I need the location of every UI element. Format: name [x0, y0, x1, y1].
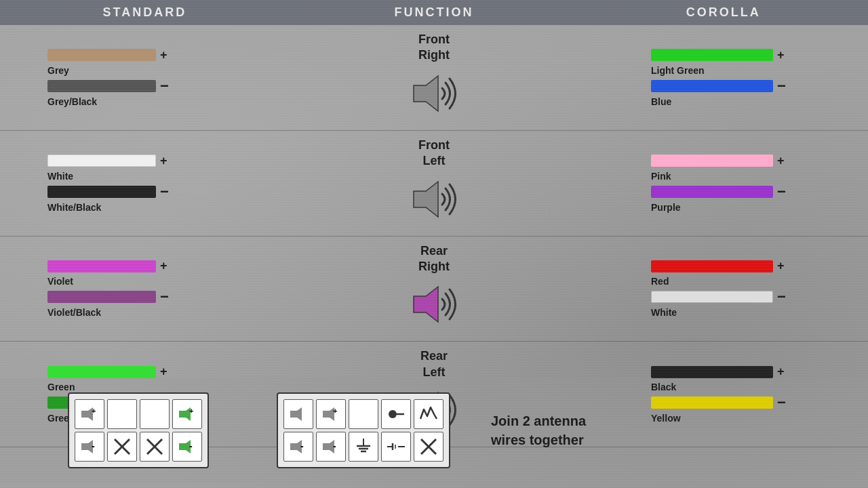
wire-item-whiteblack-minus: − [47, 184, 217, 199]
svg-point-19 [389, 410, 397, 418]
wire-item-green-plus: + [47, 365, 217, 379]
minus-sign: − [160, 289, 169, 304]
plus-sign: + [160, 365, 167, 379]
pink-label: Pink [651, 171, 671, 182]
plus-sign: + [777, 259, 785, 273]
svg-marker-16 [290, 407, 302, 421]
plus-sign: + [777, 365, 785, 379]
green-label: Green [47, 382, 217, 392]
wire-item-red-plus: + [651, 259, 785, 273]
cor-cell-6: - [283, 432, 313, 462]
wire-item-black-plus: + [651, 365, 785, 379]
yellow-wire-bar [651, 396, 773, 409]
header-row: STANDARD FUNCTION COROLLA [0, 0, 868, 25]
svg-text:-: - [92, 441, 95, 451]
corolla-connector-box: + - [277, 392, 450, 468]
wire-item-purple-minus: − [651, 184, 786, 199]
wire-item-white2-minus: − [651, 289, 786, 304]
function-rear-right: RearRight [217, 243, 651, 335]
speaker-front-left-icon [407, 172, 461, 229]
cor-cell-3 [349, 399, 378, 429]
white-black-wire-bar [47, 186, 156, 198]
white-wire-bar [47, 155, 156, 167]
blue-label: Blue [651, 96, 671, 107]
function-front-left: FrontLeft [217, 138, 651, 229]
white-black-label: White/Black [47, 202, 217, 213]
lightgreen-wire-bar [651, 49, 773, 61]
wire-item-white-plus: + [47, 154, 217, 168]
white2-label: White [651, 307, 677, 318]
plus-sign: + [160, 154, 167, 168]
svg-text:-: - [333, 441, 336, 451]
std-cell-4: + [172, 399, 202, 429]
plus-sign: + [777, 48, 785, 62]
svg-marker-2 [414, 287, 438, 322]
wire-item-yellow-minus: − [651, 395, 786, 410]
grey-black-wire-bar [47, 80, 156, 92]
wire-item-violet-plus: + [47, 259, 217, 273]
svg-text:+: + [333, 407, 337, 415]
yellow-label: Yellow [651, 413, 681, 424]
wire-item-lightgreen-plus: + [651, 48, 785, 62]
standard-front-left: + White − White/Black [0, 154, 217, 213]
svg-text:+: + [92, 407, 96, 415]
svg-text:-: - [300, 441, 304, 451]
header-corolla: COROLLA [578, 5, 868, 20]
pink-wire-bar [651, 155, 773, 167]
lightgreen-label: Light Green [651, 65, 705, 76]
white-label: White [47, 171, 217, 182]
speaker-front-right-icon [407, 66, 461, 123]
speaker-rear-right-icon [407, 277, 461, 334]
wire-rows-container: + Grey − Grey/Black FrontRight [0, 25, 868, 378]
function-label-front-right: FrontRight [418, 32, 450, 64]
corolla-front-right: + Light Green − Blue [651, 48, 868, 107]
cor-cell-7: - [316, 432, 346, 462]
grey-label: Grey [47, 65, 217, 76]
wire-row-rear-right: + Violet − Violet/Black RearRight [0, 237, 868, 342]
cor-cell-10 [414, 432, 443, 462]
function-label-rear-right: RearRight [418, 243, 450, 275]
corolla-front-left: + Pink − Purple [651, 154, 868, 213]
plus-sign: + [777, 154, 785, 168]
minus-sign: − [160, 79, 169, 94]
cor-cell-9 [381, 432, 411, 462]
violet-label: Violet [47, 276, 217, 287]
standard-connector-grid: + + - [75, 399, 202, 462]
standard-rear-right: + Violet − Violet/Black [0, 259, 217, 318]
black-wire-bar [651, 366, 773, 378]
cor-cell-1 [283, 399, 313, 429]
standard-connector-box: + + - [68, 392, 209, 468]
wire-item-grey-minus: − [47, 79, 217, 94]
wire-row-front-left: + White − White/Black FrontLeft [0, 131, 868, 237]
violet-black-label: Violet/Black [47, 307, 217, 318]
plus-sign: + [160, 259, 167, 273]
red-wire-bar [651, 260, 773, 272]
cor-cell-2: + [316, 399, 346, 429]
corolla-rear-left: + Black − Yellow [651, 365, 868, 424]
wire-item-blue-minus: − [651, 79, 786, 94]
red-label: Red [651, 276, 669, 287]
std-cell-8: - [172, 432, 202, 462]
grey-black-label: Grey/Black [47, 96, 217, 107]
cor-cell-5 [414, 399, 443, 429]
violet-black-wire-bar [47, 291, 156, 303]
standard-front-right: + Grey − Grey/Black [0, 48, 217, 107]
header-function: FUNCTION [290, 5, 579, 20]
function-label-rear-left: RearLeft [420, 348, 448, 380]
svg-text:+: + [189, 407, 193, 415]
function-label-front-left: FrontLeft [418, 138, 450, 169]
corolla-rear-right: + Red − White [651, 259, 868, 318]
std-cell-2 [107, 399, 137, 429]
minus-sign: − [777, 79, 786, 94]
minus-sign: − [160, 184, 169, 199]
std-cell-6 [107, 432, 137, 462]
cor-cell-4 [381, 399, 411, 429]
purple-label: Purple [651, 202, 681, 213]
std-cell-5: - [75, 432, 104, 462]
svg-marker-1 [414, 182, 438, 217]
grey-wire-bar [47, 49, 156, 61]
wire-item-violetblack-minus: − [47, 289, 217, 304]
violet-wire-bar [47, 260, 156, 272]
wire-item-pink-plus: + [651, 154, 785, 168]
plus-sign: + [160, 48, 167, 62]
